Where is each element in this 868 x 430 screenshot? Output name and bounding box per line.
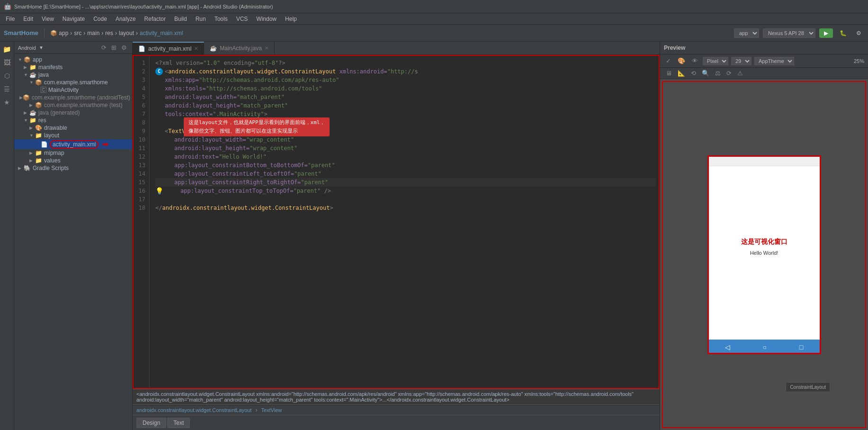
tab-xml-close[interactable]: ✕ <box>194 46 198 51</box>
tree-java-label: java <box>38 72 49 78</box>
tree-res[interactable]: ▼ 📁 res <box>14 116 132 124</box>
menu-window[interactable]: Window <box>252 15 280 23</box>
component-breadcrumb: androidx.constraintlayout.widget.Constra… <box>133 405 660 415</box>
tree-activity-xml[interactable]: 📄 activity_main.xml ➡ <box>14 139 132 149</box>
tree-pkg-androidtest[interactable]: ▶ 📦 com.example.smarthome (androidTest) <box>14 94 132 101</box>
project-icon[interactable]: 📁 <box>1 44 13 55</box>
menu-view[interactable]: View <box>38 15 58 23</box>
bc-main[interactable]: main <box>87 30 99 36</box>
debug-button[interactable]: 🐛 <box>837 29 850 37</box>
code-line-14: app:layout_constraintLeft_toLeftOf="pare… <box>155 170 656 178</box>
code-line-3: xmlns:app="http://schemas.android.com/ap… <box>155 76 656 84</box>
annotation-comment2: 像那些文字、按钮、图片都可以在这里实现显示 <box>188 128 298 134</box>
tree-layout[interactable]: ▼ 📁 layout <box>14 132 132 139</box>
bc-res[interactable]: res <box>105 30 113 36</box>
build-variants-icon[interactable]: ⬡ <box>1 70 13 81</box>
preview-toolbar: ✓ 🎨 👁 Pixel 29 AppTheme 25% <box>660 54 868 68</box>
phone-nav-bar: ◁ ○ □ <box>709 341 820 353</box>
bc-file[interactable]: activity_main.xml <box>140 30 183 36</box>
panel-sync-btn[interactable]: ⟳ <box>100 44 108 52</box>
tree-java-gen[interactable]: ▶ ☕ java (generated) <box>14 109 132 116</box>
menu-help[interactable]: Help <box>281 15 301 23</box>
line-numbers: 1 2 3 4 5 6 7 8 9 10 11 12 13 14 15 16 1 <box>133 55 150 389</box>
preview-device-selector[interactable]: Pixel <box>703 57 728 65</box>
preview-api-selector[interactable]: 29 <box>731 57 752 65</box>
tree-mainactivity[interactable]: 🇨 MainActivity <box>14 86 132 94</box>
tree-manifests[interactable]: ▶ 📁 manifests <box>14 63 132 71</box>
preview-palette-btn[interactable]: 🎨 <box>676 56 687 65</box>
tab-java-close[interactable]: ✕ <box>265 45 268 51</box>
device-selector[interactable]: Nexus 5 API 28 <box>763 28 815 38</box>
bc-layout[interactable]: layout <box>119 30 134 36</box>
menu-refactor[interactable]: Refactor <box>141 15 170 23</box>
code-content[interactable]: <?xml version="1.0" encoding="utf-8"?> C… <box>150 55 660 389</box>
code-line-8: 这是layout文件，也就是APP显示看到的界面前端，xml， 像那些文字、按钮… <box>155 118 656 127</box>
code-line-10: android:layout_width="wrap_content" <box>155 135 656 144</box>
tree-pkg-main[interactable]: ▼ 📦 com.example.smarthome <box>14 79 132 86</box>
tree-gradle[interactable]: ▶ 🐘 Gradle Scripts <box>14 164 132 172</box>
title-bar: 🤖 SmartHome [E:\SmartHome] - ...\app\src… <box>0 0 868 13</box>
bc-app[interactable]: 📦 app <box>50 30 68 36</box>
tree-drawable[interactable]: ▶ 🎨 drawable <box>14 124 132 132</box>
tree-values[interactable]: ▶ 📁 values <box>14 157 132 164</box>
preview-orient-btn[interactable]: ⟲ <box>689 69 698 78</box>
text-tab-button[interactable]: Text <box>167 418 190 428</box>
preview-refresh[interactable]: ⟳ <box>725 69 734 78</box>
project-tree: ▼ 📦 app ▶ 📁 manifests ▼ ☕ java ▼ <box>14 54 132 430</box>
design-tab-button[interactable]: Design <box>136 418 166 428</box>
tab-mainactivity-java[interactable]: ☕ MainActivity.java ✕ <box>204 42 274 54</box>
tab-java-icon: ☕ <box>210 45 217 52</box>
tree-java[interactable]: ▼ ☕ java <box>14 71 132 79</box>
favorites-icon[interactable]: ★ <box>1 97 13 108</box>
bc-constraint[interactable]: androidx.constraintlayout.widget.Constra… <box>136 407 251 413</box>
preview-warn[interactable]: ⚠ <box>735 69 745 78</box>
structure-icon[interactable]: ☰ <box>1 83 13 95</box>
code-line-12: android:text="Hello World!" <box>155 152 656 161</box>
tree-app[interactable]: ▼ 📦 app <box>14 56 132 63</box>
menu-build[interactable]: Build <box>170 15 191 23</box>
tab-activity-xml[interactable]: 📄 activity_main.xml ✕ <box>133 42 204 54</box>
code-line-6: android:layout_height="match_parent" <box>155 101 656 110</box>
preview-eye-btn[interactable]: 👁 <box>690 56 700 65</box>
bc-textview[interactable]: TextView <box>261 407 282 413</box>
menu-edit[interactable]: Edit <box>19 15 37 23</box>
run-button[interactable]: ▶ <box>819 28 833 38</box>
preview-blueprint-btn[interactable]: 📐 <box>676 69 687 78</box>
panel-settings-btn[interactable]: ⚙ <box>120 44 128 52</box>
settings-button[interactable]: ⚙ <box>853 29 864 37</box>
panel-dropdown[interactable]: ▼ <box>39 45 44 50</box>
menu-analyze[interactable]: Analyze <box>112 15 140 23</box>
phone-screen: Hello World! <box>709 166 820 340</box>
tree-pkg-androidtest-label: com.example.smarthome (androidTest) <box>32 94 130 101</box>
code-editor[interactable]: 1 2 3 4 5 6 7 8 9 10 11 12 13 14 15 16 1 <box>133 55 660 389</box>
menu-tools[interactable]: Tools <box>211 15 232 23</box>
code-line-5: android:layout_width="match_parent" <box>155 93 656 101</box>
tree-values-label: values <box>44 157 61 164</box>
bulb-icon[interactable]: 💡 <box>155 187 163 195</box>
menu-code[interactable]: Code <box>89 15 111 23</box>
preview-zoom-out[interactable]: ⚖ <box>713 69 723 78</box>
preview-sync-btn[interactable]: ✓ <box>664 56 673 65</box>
run-config-selector[interactable]: app <box>734 28 759 38</box>
panel-expand-btn[interactable]: ⊞ <box>110 44 118 52</box>
resource-manager-icon[interactable]: 🖼 <box>1 57 13 68</box>
preview-theme-selector[interactable]: AppTheme <box>754 57 794 65</box>
code-line-2: C <androidx.constraintlayout.widget.Cons… <box>155 67 656 76</box>
menu-run[interactable]: Run <box>192 15 210 23</box>
menu-file[interactable]: File <box>2 15 18 23</box>
path-text1: <androidx.constraintlayout.widget.Constr… <box>136 391 656 397</box>
bc-src[interactable]: src <box>74 30 81 36</box>
annotation-comment1: 这是layout文件，也就是APP显示看到的界面前端，xml， <box>188 119 325 125</box>
tree-mipmap[interactable]: ▶ 📁 mipmap <box>14 149 132 157</box>
code-line-18: </androidx.constraintlayout.widget.Const… <box>155 204 656 212</box>
editor-area: 📄 activity_main.xml ✕ ☕ MainActivity.jav… <box>133 42 660 430</box>
menu-navigate[interactable]: Navigate <box>59 15 89 23</box>
preview-zoom-in[interactable]: 🔍 <box>700 69 711 78</box>
tab-xml-label: activity_main.xml <box>148 45 191 52</box>
toolbar-sep1 <box>44 28 45 38</box>
preview-header: Preview <box>660 42 868 54</box>
menu-vcs[interactable]: VCS <box>233 15 252 23</box>
preview-design-btn[interactable]: 🖥 <box>664 69 674 78</box>
toolbar-project-name: SmartHome <box>4 29 38 36</box>
tree-pkg-test[interactable]: ▶ 📦 com.example.smarthome (test) <box>14 101 132 109</box>
